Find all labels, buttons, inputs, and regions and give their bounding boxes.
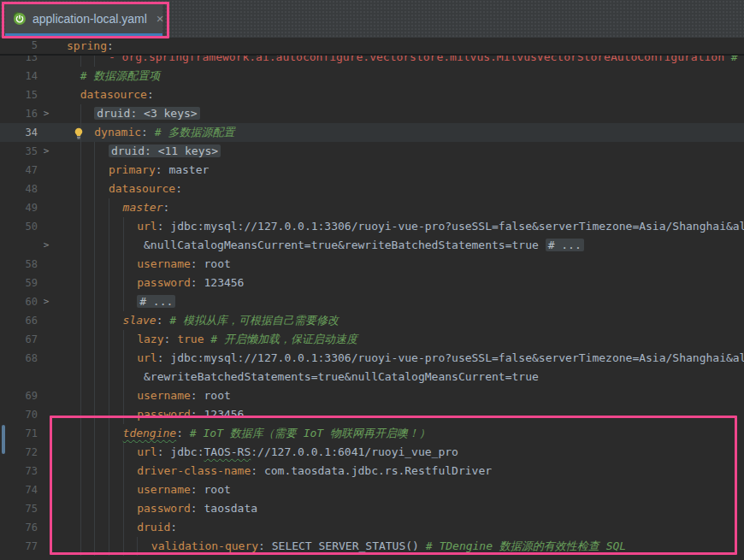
line-number: 74 <box>0 480 38 499</box>
tab-title: application-local.yaml <box>32 12 147 26</box>
code-line: 60># ... <box>0 292 744 311</box>
code-token: primary <box>109 163 156 176</box>
code-line: 77validation-query: SELECT SERVER_STATUS… <box>0 537 744 556</box>
code-token: : <box>176 427 190 439</box>
code-text: username: root <box>55 255 744 274</box>
fold-gutter <box>38 274 55 292</box>
fold-gutter <box>38 311 55 330</box>
code-token: lazy <box>137 333 163 345</box>
code-token: : <box>164 333 178 345</box>
fold-arrow-icon[interactable]: > <box>38 142 55 161</box>
code-token: : <box>258 539 272 552</box>
code-text: &nullCatalogMeansCurrent=true&rewriteBat… <box>55 236 744 255</box>
fold-arrow-icon[interactable]: > <box>38 236 55 255</box>
line-number: 14 <box>0 67 38 85</box>
line-number: 73 <box>0 462 38 480</box>
code-text: datasource: <box>55 85 744 104</box>
fold-gutter <box>38 499 55 518</box>
close-icon[interactable]: × <box>156 11 164 26</box>
ide-window: { "tab": { "title": "application-local.y… <box>0 0 744 560</box>
line-number: 16 <box>0 104 38 123</box>
code-line: 49master: <box>0 198 744 217</box>
code-line: 15datasource: <box>0 85 744 104</box>
code-text: slave: # 模拟从库，可根据自己需要修改 <box>55 311 744 330</box>
code-text <box>55 556 744 560</box>
code-token: master <box>168 163 209 176</box>
code-token: # 开启懒加载，保证启动速度 <box>210 333 357 345</box>
code-token: taosdata <box>204 502 257 515</box>
line-number: 59 <box>0 274 38 292</box>
code-token: jdbc:mysql://127.0.0.1:3306/ruoyi-vue-pr… <box>170 351 744 364</box>
code-text: tdengine: # IoT 数据库（需要 IoT 物联网再开启噢！） <box>55 424 744 443</box>
code-line: 68url: jdbc:mysql://127.0.0.1:3306/ruoyi… <box>0 349 744 368</box>
code-line: 69username: root <box>0 386 744 405</box>
code-line: 73driver-class-name: com.taosdata.jdbc.r… <box>0 462 744 480</box>
folded-region-badge[interactable]: # ... <box>546 239 584 251</box>
fold-arrow-icon[interactable]: > <box>38 104 55 123</box>
fold-gutter <box>38 386 55 405</box>
code-text: master: <box>55 198 744 217</box>
intention-bulb-icon[interactable] <box>74 127 84 139</box>
sticky-line: 5spring: <box>0 38 744 56</box>
code-token: datasource <box>109 182 175 195</box>
code-text: druid: <box>55 518 744 537</box>
fold-gutter <box>38 424 55 443</box>
code-line: 16>druid: <3 keys> <box>0 104 744 123</box>
code-token: jdbc:mysql://127.0.0.1:3306/ruoyi-vue-pr… <box>170 220 744 233</box>
folded-region-badge[interactable]: druid: <3 keys> <box>94 107 199 120</box>
code-token: # IoT 数据库（需要 IoT 物联网再开启噢！） <box>190 427 430 439</box>
code-token: : <box>157 351 171 364</box>
spring-boot-icon <box>12 11 27 26</box>
code-token: slave <box>123 314 156 327</box>
fold-gutter <box>38 537 55 556</box>
fold-arrow-icon[interactable]: > <box>38 292 55 311</box>
code-token: druid <box>137 521 170 533</box>
line-number: 72 <box>0 443 38 462</box>
line-number: 75 <box>0 499 38 518</box>
code-token: : <box>107 39 114 52</box>
code-line: > &nullCatalogMeansCurrent=true&rewriteB… <box>0 236 744 255</box>
code-text: url: jdbc:TAOS-RS://127.0.0.1:6041/ruoyi… <box>55 443 744 462</box>
code-token: dynamic <box>94 126 141 139</box>
tab-application-local-yaml[interactable]: application-local.yaml × <box>5 3 162 33</box>
fold-gutter <box>38 56 55 67</box>
code-text: &rewriteBatchedStatements=true&nullCatal… <box>55 368 744 386</box>
code-text: - org.springframework.ai.autoconfigure.v… <box>55 56 744 67</box>
code-line: 59password: 123456 <box>0 274 744 292</box>
code-token: password <box>137 502 191 515</box>
line-number <box>0 236 38 255</box>
code-token: username <box>137 257 191 270</box>
code-token: datasource <box>80 88 147 101</box>
code-text: driver-class-name: com.taosdata.jdbc.rs.… <box>55 462 744 480</box>
code-token: tdengine <box>123 427 177 439</box>
code-token: spring <box>67 39 107 52</box>
fold-gutter <box>38 443 55 462</box>
code-token: password <box>137 408 191 421</box>
code-token: : <box>163 201 170 214</box>
code-editor[interactable]: 5spring:13- org.springframework.ai.autoc… <box>0 38 744 560</box>
code-text: datasource: <box>55 180 744 198</box>
code-text: lazy: true # 开启懒加载，保证启动速度 <box>55 330 744 349</box>
folded-region-badge[interactable]: druid: <11 keys> <box>109 144 221 157</box>
fold-gutter <box>38 217 55 236</box>
fold-gutter <box>38 161 55 180</box>
code-token: TAOS-RS <box>204 445 251 458</box>
line-number: 68 <box>0 349 38 368</box>
code-text: username: root <box>55 480 744 499</box>
folded-region-badge[interactable]: # ... <box>137 295 175 308</box>
line-number: 60 <box>0 292 38 311</box>
code-token: &nullCatalogMeansCurrent=true&rewriteBat… <box>137 239 545 251</box>
code-line: 67lazy: true # 开启懒加载，保证启动速度 <box>0 330 744 349</box>
code-text: url: jdbc:mysql://127.0.0.1:3306/ruoyi-v… <box>55 217 744 236</box>
fold-gutter <box>38 38 55 54</box>
line-number: 15 <box>0 85 38 104</box>
code-token: : <box>191 276 204 289</box>
code-token: : <box>191 257 204 270</box>
code-text: primary: master <box>55 161 744 180</box>
code-token: # TDengine 数据源的有效性检查 SQL <box>426 539 626 552</box>
code-token: ://127.0.0.1:6041/ruoyi_vue_pro <box>251 445 458 458</box>
code-line: 75password: taosdata <box>0 499 744 518</box>
code-token: root <box>204 483 230 496</box>
code-text: password: 123456 <box>55 274 744 292</box>
code-token: password <box>137 276 191 289</box>
